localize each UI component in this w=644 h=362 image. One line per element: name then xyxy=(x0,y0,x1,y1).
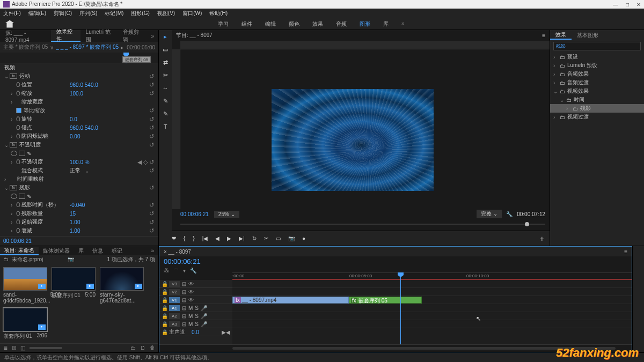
tool-button[interactable]: ✎ xyxy=(162,110,169,118)
track-header[interactable]: 🔒A3⊟MS🎤 xyxy=(159,320,232,328)
ec-clip-bar[interactable]: 嵌套序列 05 xyxy=(122,56,151,63)
transport-button[interactable]: ✂ xyxy=(264,235,268,241)
transport-button[interactable]: ▶ xyxy=(227,235,231,241)
transport-button[interactable]: ▭ xyxy=(276,235,281,241)
project-item[interactable]: ▸嵌套序列 015:00 xyxy=(52,267,96,304)
project-item[interactable]: ▸starry-sky-g6476a2d8at... xyxy=(100,267,144,304)
timeline-tab[interactable]: × __ - 8097 xyxy=(164,249,191,255)
linked-sel-icon[interactable]: ⌒ xyxy=(173,268,179,275)
timeline-ruler[interactable]: :00:0000:00:05:0000:00:10:00 xyxy=(232,272,632,280)
workspace-tab[interactable]: 库 xyxy=(383,20,389,28)
resolution-select[interactable]: 完整 ⌄ xyxy=(477,210,502,218)
program-tab[interactable]: 节目: __ - 8097 xyxy=(176,32,213,39)
list-view-icon[interactable]: ≣ xyxy=(3,345,8,351)
program-scrubber[interactable] xyxy=(180,222,545,227)
project-tab[interactable]: 项目: 未命名 xyxy=(0,247,39,255)
fx-echo[interactable]: 残影 xyxy=(19,184,68,191)
tool-button[interactable]: ↔ xyxy=(162,85,169,92)
effects-tree-item[interactable]: ⌄🗀时间 xyxy=(550,95,644,104)
ec-mini-timeline[interactable]: 嵌套序列 05 xyxy=(0,53,158,63)
workspace-overflow[interactable]: » xyxy=(401,20,405,28)
filter-icon[interactable]: 📷 xyxy=(68,256,74,262)
transport-button[interactable]: ● xyxy=(302,235,305,241)
trash-icon[interactable]: 🗑 xyxy=(150,345,155,351)
menu-item[interactable]: 帮助(H) xyxy=(209,10,228,17)
panel-tab[interactable]: 音频剪辑 xyxy=(118,30,147,42)
project-tab[interactable]: 媒体浏览器 xyxy=(39,247,74,255)
project-tab[interactable]: 标记 xyxy=(107,247,127,255)
settings-icon[interactable]: 🔧 xyxy=(190,268,196,275)
track-header[interactable]: 🔒V3⊟👁 xyxy=(159,280,232,288)
fx-opacity[interactable]: 不透明度 xyxy=(19,141,68,149)
workspace-tab[interactable]: 图形 xyxy=(360,20,370,28)
minimize-button[interactable]: — xyxy=(613,2,618,8)
transport-button[interactable]: } xyxy=(193,235,194,241)
panel-tab[interactable]: 源: ___ - 8097.mp4 xyxy=(0,30,51,42)
menu-item[interactable]: 图形(G) xyxy=(131,10,149,17)
mask-rect-icon[interactable] xyxy=(19,151,25,156)
project-tab[interactable]: 信息 xyxy=(88,247,107,255)
project-item[interactable]: ▸sand-g4dcf6bdca_1920...5:00 xyxy=(3,267,47,304)
timeline-playhead[interactable] xyxy=(400,272,401,344)
fx-badge[interactable]: fx xyxy=(10,73,17,79)
menu-item[interactable]: 窗口(W) xyxy=(182,10,202,17)
uniform-scale-checkbox[interactable] xyxy=(16,108,21,113)
transport-button[interactable]: { xyxy=(184,235,185,241)
timeline-tc[interactable]: 00:00:06:21 xyxy=(164,257,201,265)
effects-tab[interactable]: 基本图形 xyxy=(572,32,604,39)
mask-pen-icon[interactable]: ✎ xyxy=(27,151,31,157)
tool-button[interactable]: ⇄ xyxy=(162,59,169,67)
effects-tree-item[interactable]: ›🗀音频效果 xyxy=(550,70,644,78)
effects-tree-item[interactable]: ›🗀音频过渡 xyxy=(550,78,644,87)
prop-blend[interactable]: 混合模式 xyxy=(21,167,70,174)
ec-footer-tc[interactable]: 00:00:06:21 xyxy=(3,238,32,244)
menu-item[interactable]: 标记(M) xyxy=(105,10,123,17)
effects-tree-item[interactable]: ›🗀残影 xyxy=(550,104,644,113)
maximize-button[interactable]: □ xyxy=(626,2,629,8)
track-header[interactable]: 🔒A2⊟MS🎤 xyxy=(159,312,232,320)
prop-position[interactable]: 位置 xyxy=(21,81,70,88)
project-item[interactable]: ▸嵌套序列 013:06 xyxy=(3,308,47,340)
tool-button[interactable]: ✎ xyxy=(162,98,169,105)
prop-echo-time[interactable]: 残影时间（秒） xyxy=(21,201,70,209)
prop-echo-decay[interactable]: 衰减 xyxy=(21,227,70,234)
effects-tree-item[interactable]: ⌄🗀视频效果 xyxy=(550,87,644,95)
prop-echo-num[interactable]: 残影数量 xyxy=(21,210,70,217)
workspace-tab[interactable]: 编辑 xyxy=(265,20,276,28)
marker-icon[interactable]: ▾ xyxy=(183,268,186,275)
add-button[interactable]: + xyxy=(540,234,544,243)
track-area[interactable]: fx__ - 8097.mp4fx 嵌套序列 05 ↖ xyxy=(232,280,632,344)
new-bin-icon[interactable]: 🗀 xyxy=(130,345,136,351)
prop-rotation[interactable]: 旋转 xyxy=(21,115,70,123)
reset-icon[interactable]: ↺ xyxy=(149,73,154,80)
workspace-tab[interactable]: 颜色 xyxy=(289,20,299,28)
panel-tab[interactable]: Lumetri 范围 xyxy=(80,30,118,42)
prop-anchor[interactable]: 锚点 xyxy=(21,124,70,131)
tool-button[interactable]: ▸ xyxy=(162,33,169,41)
fx-timeremap[interactable]: 时间重映射 xyxy=(17,175,65,183)
home-icon[interactable] xyxy=(5,20,14,28)
clip-video-1[interactable]: fx__ - 8097.mp4 xyxy=(232,297,349,304)
effects-tree-item[interactable]: ›🗀预设 xyxy=(550,53,644,61)
bin-icon[interactable]: 🗀 xyxy=(3,256,9,262)
prop-antiflicker[interactable]: 防闪烁滤镜 xyxy=(21,132,70,140)
transport-button[interactable]: |◀ xyxy=(202,235,208,241)
workspace-tab[interactable]: 音频 xyxy=(336,20,347,28)
menu-item[interactable]: 编辑(E) xyxy=(28,10,46,17)
workspace-tab[interactable]: 组件 xyxy=(241,20,252,28)
tool-button[interactable]: T xyxy=(162,123,169,131)
menu-item[interactable]: 视图(V) xyxy=(157,10,175,17)
transport-button[interactable]: 📷 xyxy=(288,235,295,241)
menu-item[interactable]: 剪辑(C) xyxy=(54,10,72,17)
project-tab[interactable]: 库 xyxy=(74,247,88,255)
freeform-view-icon[interactable]: ◫ xyxy=(20,345,25,351)
snap-icon[interactable]: ⁂ xyxy=(164,268,169,275)
zoom-select[interactable]: 25% ⌄ xyxy=(214,211,239,218)
tool-button[interactable]: ▭ xyxy=(162,46,169,54)
workspace-tab[interactable]: 学习 xyxy=(218,20,229,28)
preview-canvas[interactable] xyxy=(272,89,434,191)
mask-ellipse-icon[interactable] xyxy=(11,151,17,156)
track-header[interactable]: 🔒V2⊟👁 xyxy=(159,288,232,296)
prop-scale[interactable]: 缩放 xyxy=(21,90,70,97)
thumb-size-slider[interactable] xyxy=(30,347,62,349)
